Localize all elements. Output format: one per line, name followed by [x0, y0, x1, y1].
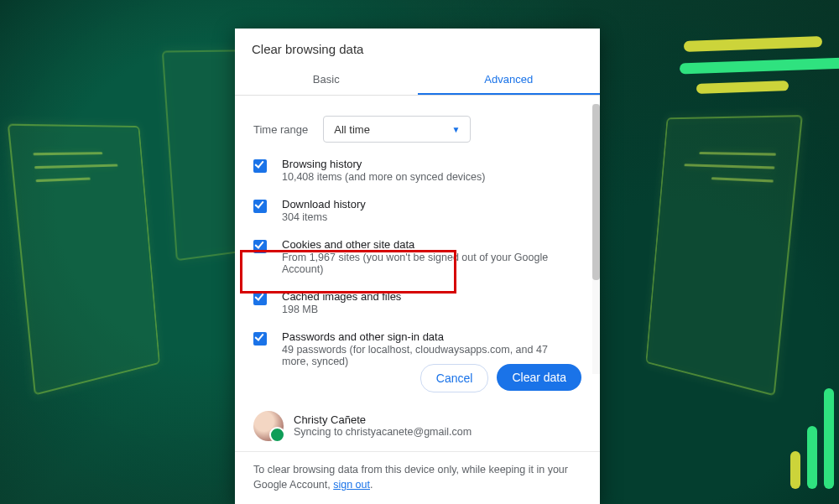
option-download-history[interactable]: Download history 304 items [253, 198, 574, 223]
checkbox-checked-icon[interactable] [253, 240, 267, 253]
chevron-down-icon: ▼ [451, 125, 460, 134]
avatar [253, 411, 284, 441]
profile-row: Christy Cañete Syncing to christyacanete… [253, 411, 581, 441]
decoration [824, 388, 834, 489]
clear-browsing-data-dialog: Clear browsing data Basic Advanced Time … [235, 29, 600, 504]
option-title: Download history [282, 198, 366, 210]
checkbox-checked-icon[interactable] [253, 292, 267, 305]
option-subtitle: 10,408 items (and more on synced devices… [282, 171, 486, 183]
footer-note-text: . [370, 479, 373, 491]
time-range-row: Time range All time ▼ [253, 116, 574, 143]
divider [235, 451, 600, 452]
footer-note-text: To clear browsing data from this device … [253, 464, 568, 491]
option-title: Cached images and files [282, 290, 401, 303]
profile-name: Christy Cañete [294, 413, 472, 426]
cancel-button[interactable]: Cancel [420, 364, 489, 392]
option-subtitle: 304 items [282, 211, 366, 223]
dialog-footer: Cancel Clear data Christy Cañete Syncing… [235, 354, 600, 504]
tabs: Basic Advanced [235, 65, 600, 96]
checkbox-checked-icon[interactable] [253, 159, 267, 173]
scrollbar-track[interactable] [592, 104, 600, 374]
decoration [8, 124, 160, 396]
checkbox-checked-icon[interactable] [253, 200, 267, 213]
footer-note: To clear browsing data from this device … [253, 462, 581, 492]
option-subtitle: 198 MB [282, 304, 401, 315]
scrollbar-thumb[interactable] [592, 104, 600, 280]
tab-advanced[interactable]: Advanced [418, 65, 601, 95]
option-cached-images[interactable]: Cached images and files 198 MB [253, 290, 574, 315]
sync-badge-icon [269, 427, 285, 443]
time-range-label: Time range [253, 123, 308, 136]
time-range-value: All time [334, 123, 370, 136]
sign-out-link[interactable]: sign out [333, 479, 370, 491]
options-scroll-area: Time range All time ▼ Browsing history 1… [235, 104, 592, 374]
clear-data-button[interactable]: Clear data [497, 364, 581, 391]
option-subtitle: From 1,967 sites (you won't be signed ou… [282, 252, 574, 275]
option-title: Passwords and other sign-in data [282, 330, 574, 343]
profile-sync-status: Syncing to christyacanete@gmail.com [294, 426, 472, 438]
option-title: Cookies and other site data [282, 238, 574, 251]
option-title: Browsing history [282, 158, 486, 170]
time-range-select[interactable]: All time ▼ [323, 116, 471, 143]
decoration [807, 426, 817, 489]
decoration [790, 451, 800, 489]
tab-basic[interactable]: Basic [235, 65, 418, 95]
option-cookies[interactable]: Cookies and other site data From 1,967 s… [253, 238, 574, 275]
dialog-title: Clear browsing data [235, 29, 600, 65]
checkbox-checked-icon[interactable] [253, 332, 267, 346]
option-browsing-history[interactable]: Browsing history 10,408 items (and more … [253, 158, 574, 183]
